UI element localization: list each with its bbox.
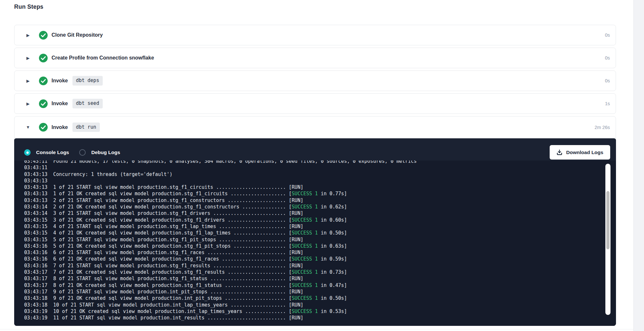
step-duration: 1s (605, 101, 610, 106)
log-line: 03:43:15 4 of 21 START sql view model pr… (24, 223, 602, 230)
step-command-badge: dbt seed (72, 99, 103, 108)
log-line: 03:43:17 9 of 21 START sql view model pr… (24, 289, 602, 295)
terminal-scrollbar-thumb[interactable] (606, 191, 610, 249)
chevron-right-icon[interactable]: ▶ (25, 33, 31, 37)
step-title: Invoke (52, 78, 68, 84)
page-title: Run Steps (14, 4, 43, 10)
step-row[interactable]: ▶ Invoke dbt deps 0s (14, 71, 616, 91)
step-command-badge: dbt deps (72, 76, 103, 86)
debug-logs-radio[interactable]: Debug Logs (79, 149, 120, 156)
right-gutter (633, 0, 644, 331)
terminal-scrollbar-track[interactable] (605, 164, 611, 315)
step-duration: 0s (605, 32, 610, 38)
log-line: 03:43:16 5 of 21 OK created sql view mod… (24, 243, 602, 249)
log-line: 03:43:17 7 of 21 OK created sql view mod… (24, 269, 602, 275)
chevron-right-icon[interactable]: ▶ (25, 102, 31, 106)
debug-logs-label: Debug Logs (91, 150, 120, 155)
step-title: Invoke (52, 101, 68, 106)
console-logs-radio[interactable]: Console Logs (24, 149, 69, 156)
step-command-badge: dbt run (72, 123, 100, 132)
run-step-dbt-run: ▼ Invoke dbt run 2m 26s Console Logs Deb… (14, 116, 616, 326)
log-line: 03:43:16 6 of 21 START sql view model pr… (24, 249, 602, 256)
success-check-icon (39, 31, 48, 40)
log-line: 03:43:19 11 of 21 START sql view model p… (24, 315, 602, 321)
log-line: 03:43:17 8 of 21 OK created sql view mod… (24, 282, 602, 289)
log-line: 03:43:16 7 of 21 START sql view model pr… (24, 262, 602, 269)
step-duration: 0s (605, 55, 610, 60)
log-line: 03:43:17 8 of 21 START sql view model pr… (24, 275, 602, 282)
log-line: 03:43:15 5 of 21 START sql view model pr… (24, 236, 602, 243)
download-logs-button[interactable]: Download Logs (550, 145, 610, 160)
log-line: 03:43:13 Concurrency: 1 threads (target=… (24, 171, 602, 178)
run-step-dbt-seed: ▶ Invoke dbt seed 1s (14, 93, 616, 114)
terminal-log: 03:43:11 Found 21 models, 17 tests, 0 sn… (24, 161, 602, 321)
chevron-right-icon[interactable]: ▶ (25, 79, 31, 83)
step-title: Create Profile from Connection snowflake (52, 55, 154, 61)
step-title: Invoke (52, 124, 68, 130)
log-line: 03:43:13 2 of 21 START sql view model pr… (24, 197, 602, 204)
radio-unselected-icon (79, 149, 86, 156)
step-duration: 0s (605, 78, 610, 83)
chevron-right-icon[interactable]: ▶ (25, 56, 31, 60)
success-check-icon (39, 123, 48, 132)
bottom-divider (0, 329, 633, 329)
radio-selected-icon (24, 149, 31, 156)
log-line: 03:43:11 (24, 164, 602, 171)
run-step-dbt-deps: ▶ Invoke dbt deps 0s (14, 70, 616, 91)
success-check-icon (39, 54, 48, 62)
log-line: 03:43:14 3 of 21 START sql view model pr… (24, 210, 602, 216)
step-row[interactable]: ▶ Invoke dbt seed 1s (14, 94, 616, 114)
log-line: 03:43:13 (24, 178, 602, 184)
step-row[interactable]: ▼ Invoke dbt run 2m 26s (14, 116, 616, 138)
run-step-clone-git: ▶ Clone Git Repository 0s (14, 25, 616, 45)
run-step-create-profile: ▶ Create Profile from Connection snowfla… (14, 48, 616, 68)
download-logs-label: Download Logs (566, 150, 603, 155)
log-line: 03:43:19 10 of 21 OK created sql view mo… (24, 308, 602, 315)
log-type-switch: Console Logs Debug Logs (24, 149, 120, 156)
step-row[interactable]: ▶ Clone Git Repository 0s (14, 25, 616, 45)
run-steps-page: Run Steps ▶ Clone Git Repository 0s ▶ Cr… (0, 0, 644, 331)
download-icon (556, 149, 563, 155)
step-duration: 2m 26s (594, 125, 610, 130)
step-title: Clone Git Repository (52, 32, 103, 38)
log-line: 03:43:15 3 of 21 OK created sql view mod… (24, 217, 602, 223)
console-logs-label: Console Logs (36, 150, 69, 155)
chevron-down-icon[interactable]: ▼ (25, 125, 31, 129)
log-line: 03:43:15 4 of 21 OK created sql view mod… (24, 230, 602, 236)
success-check-icon (39, 99, 48, 108)
console-log-terminal[interactable]: 03:43:11 Found 21 models, 17 tests, 0 sn… (14, 161, 616, 326)
log-line: 03:43:18 10 of 21 START sql view model p… (24, 302, 602, 308)
step-row[interactable]: ▶ Create Profile from Connection snowfla… (14, 48, 616, 68)
success-check-icon (39, 77, 48, 85)
log-line: 03:43:14 2 of 21 OK created sql view mod… (24, 204, 602, 210)
log-line: 03:43:16 6 of 21 OK created sql view mod… (24, 256, 602, 262)
log-line: 03:43:11 Found 21 models, 17 tests, 0 sn… (24, 161, 602, 164)
log-line: 03:43:18 9 of 21 OK created sql view mod… (24, 295, 602, 301)
log-panel: Console Logs Debug Logs Download Logs 03… (14, 138, 616, 326)
log-line: 03:43:13 1 of 21 START sql view model pr… (24, 184, 602, 190)
log-line: 03:43:13 1 of 21 OK created sql view mod… (24, 190, 602, 197)
